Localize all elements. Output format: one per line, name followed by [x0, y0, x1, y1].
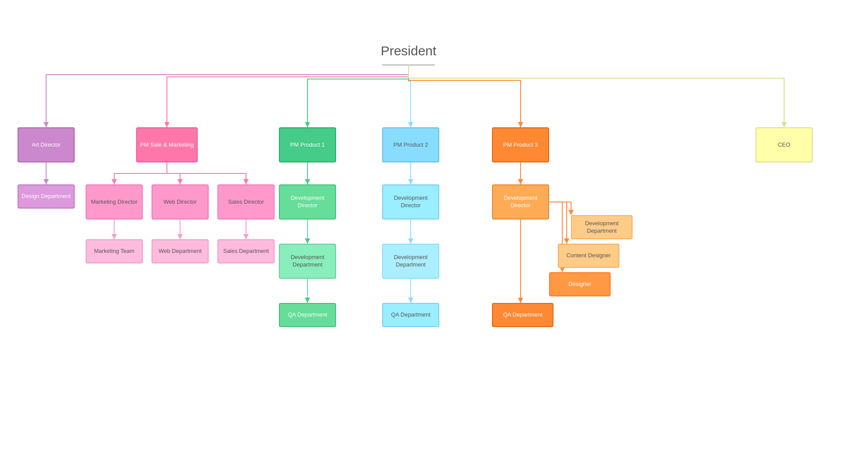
- sales-dept-label: Sales Department: [223, 248, 269, 255]
- designer-label: Designer: [568, 281, 591, 288]
- sales-director-label: Sales Director: [228, 198, 264, 206]
- pm-product2-node[interactable]: PM Product 2: [382, 127, 439, 162]
- sales-dept-node[interactable]: Sales Department: [217, 239, 275, 263]
- content-designer-node[interactable]: Content Designer: [558, 244, 619, 268]
- dev-dept3-node[interactable]: Development Department: [571, 215, 633, 239]
- dev-dept1-label: Development Department: [282, 254, 333, 269]
- qa-dept1-node[interactable]: QA Department: [279, 303, 336, 327]
- dev-dept3-label: Development Department: [575, 220, 629, 235]
- pm-product1-node[interactable]: PM Product 1: [279, 127, 336, 162]
- art-director-node[interactable]: Art Director: [18, 127, 75, 162]
- org-chart: President Art Director Design Department…: [0, 0, 868, 461]
- ceo-label: CEO: [778, 141, 790, 149]
- pm-sale-marketing-label: PM Sale & Marketing: [140, 141, 194, 149]
- designer-node[interactable]: Designer: [549, 272, 611, 296]
- connectors-svg: [0, 0, 868, 461]
- marketing-team-label: Marketing Team: [94, 248, 134, 255]
- president-label: President: [381, 42, 437, 59]
- art-director-label: Art Director: [32, 141, 61, 149]
- web-dept-label: Web Department: [159, 248, 202, 255]
- design-dept-node[interactable]: Design Department: [18, 184, 75, 209]
- dev-director2-node[interactable]: Development Director: [382, 184, 439, 220]
- dev-dept2-node[interactable]: Development Department: [382, 244, 439, 279]
- dev-dept1-node[interactable]: Development Department: [279, 244, 336, 279]
- design-dept-label: Design Department: [22, 193, 71, 200]
- president-node: President: [382, 40, 435, 61]
- pm-product2-label: PM Product 2: [394, 141, 428, 149]
- web-director-label: Web Director: [163, 198, 197, 206]
- qa-dept3-node[interactable]: QA Department: [492, 303, 553, 327]
- qa-dept3-label: QA Department: [503, 311, 542, 319]
- dev-director3-label: Development Director: [495, 194, 546, 209]
- dev-director1-label: Development Director: [282, 194, 333, 209]
- marketing-director-node[interactable]: Marketing Director: [86, 184, 143, 220]
- ceo-node[interactable]: CEO: [756, 127, 813, 162]
- pm-product1-label: PM Product 1: [290, 141, 325, 149]
- dev-dept2-label: Development Department: [386, 254, 436, 269]
- dev-director1-node[interactable]: Development Director: [279, 184, 336, 220]
- pm-product3-node[interactable]: PM Product 3: [492, 127, 549, 162]
- web-director-node[interactable]: Web Director: [152, 184, 209, 220]
- web-dept-node[interactable]: Web Department: [152, 239, 209, 263]
- dev-director2-label: Development Director: [386, 194, 436, 209]
- qa-dept2-node[interactable]: QA Department: [382, 303, 439, 327]
- dev-director3-node[interactable]: Development Director: [492, 184, 549, 220]
- pm-product3-label: PM Product 3: [503, 141, 538, 149]
- sales-director-node[interactable]: Sales Director: [217, 184, 275, 220]
- qa-dept2-label: QA Department: [391, 311, 430, 319]
- pm-sale-marketing-node[interactable]: PM Sale & Marketing: [136, 127, 198, 162]
- content-designer-label: Content Designer: [566, 252, 611, 259]
- marketing-director-label: Marketing Director: [91, 198, 137, 206]
- qa-dept1-label: QA Department: [288, 311, 327, 319]
- marketing-team-node[interactable]: Marketing Team: [86, 239, 143, 263]
